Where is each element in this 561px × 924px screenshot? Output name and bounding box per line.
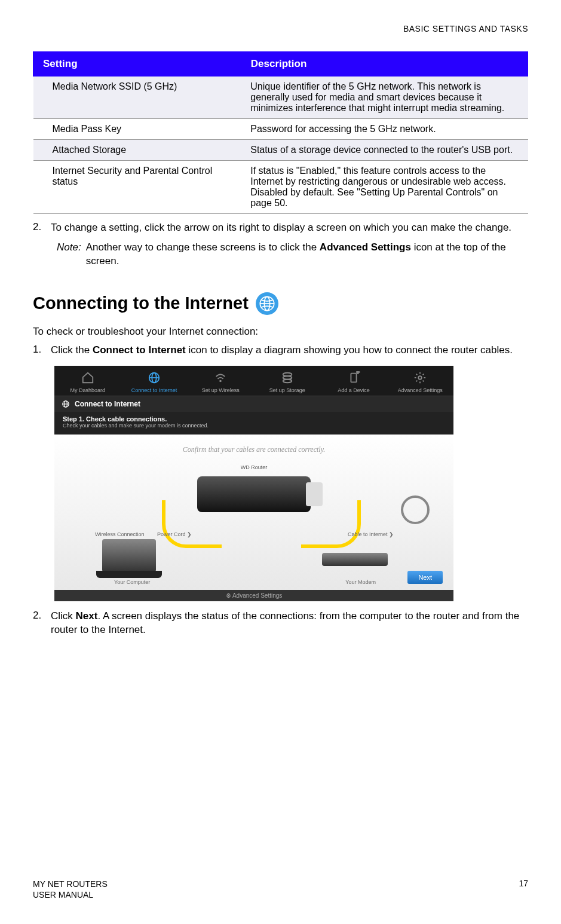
svg-point-9 (283, 380, 292, 383)
cell-desc: If status is "Enabled," this feature con… (241, 161, 528, 214)
connect-screenshot: My Dashboard Connect to Internet Set up … (54, 366, 453, 601)
device-icon: + (345, 371, 363, 385)
screenshot-nav: My Dashboard Connect to Internet Set up … (54, 366, 453, 396)
th-setting: Setting (33, 52, 241, 77)
svg-text:+: + (357, 371, 360, 375)
label-power-cord: Power Cord ❯ (157, 531, 192, 537)
cell-setting: Media Network SSID (5 GHz) (33, 77, 241, 119)
cell-desc: Password for accessing the 5 GHz network… (241, 119, 528, 140)
next-button[interactable]: Next (407, 571, 443, 584)
footer-line1: MY NET ROUTERS (33, 879, 108, 889)
nav-device[interactable]: + Add a Device (320, 371, 387, 393)
confirm-text: Confirm that your cables are connected c… (65, 445, 443, 454)
cable-left (162, 500, 222, 548)
note-text: Another way to change these screens is t… (86, 241, 528, 268)
note: Note: Another way to change these screen… (57, 241, 528, 268)
svg-rect-10 (351, 373, 356, 382)
note-label: Note: (57, 241, 81, 268)
laptop-illustration (102, 539, 156, 572)
wifi-icon (211, 371, 229, 385)
screenshot-body: Confirm that your cables are connected c… (54, 435, 453, 590)
cell-desc: Status of a storage device connected to … (241, 140, 528, 161)
nav-advanced[interactable]: Advanced Settings (387, 371, 453, 393)
page-header-section: BASIC SETTINGS AND TASKS (33, 24, 528, 33)
step-num: 2. (33, 221, 51, 235)
modem-illustration (322, 553, 388, 566)
step-1: 1. Click the Connect to Internet icon to… (33, 344, 528, 357)
gear-icon (411, 371, 429, 385)
label-your-computer: Your Computer (114, 579, 150, 585)
step-text: To change a setting, click the arrow on … (51, 221, 528, 235)
page-footer: MY NET ROUTERS USER MANUAL 17 (33, 879, 528, 900)
globe-illustration (401, 495, 430, 524)
nav-storage[interactable]: Set up Storage (254, 371, 320, 393)
svg-point-12 (419, 376, 422, 380)
th-description: Description (241, 52, 528, 77)
label-wireless-conn: Wireless Connection (95, 531, 145, 537)
svg-point-6 (220, 380, 221, 381)
step-2: 2. To change a setting, click the arrow … (33, 221, 528, 235)
label-your-modem: Your Modem (345, 579, 376, 585)
cell-setting: Attached Storage (33, 140, 241, 161)
lead-text: To check or troubleshoot your Internet c… (33, 326, 528, 338)
screenshot-subhead: Step 1. Check cable connections. Check y… (54, 412, 453, 435)
cell-setting: Internet Security and Parental Control s… (33, 161, 241, 214)
page-number: 17 (519, 879, 528, 900)
storage-icon (278, 371, 296, 385)
cable-right (301, 500, 361, 548)
step-2b: 2. Click Next. A screen displays the sta… (33, 610, 528, 637)
globe-icon (145, 371, 163, 385)
cell-desc: Unique identifier of the 5 GHz network. … (241, 77, 528, 119)
cell-setting: Media Pass Key (33, 119, 241, 140)
nav-dashboard[interactable]: My Dashboard (54, 371, 121, 393)
step-num: 1. (33, 344, 51, 357)
step-text: Click the Connect to Internet icon to di… (51, 344, 528, 357)
step-num: 2. (33, 610, 51, 637)
step-title: Step 1. Check cable connections. (63, 415, 445, 423)
footer-line2: USER MANUAL (33, 889, 108, 900)
screenshot-footer[interactable]: ⚙ Advanced Settings (54, 590, 453, 601)
globe-icon (62, 400, 70, 408)
nav-wireless[interactable]: Set up Wireless (188, 371, 254, 393)
label-cable-internet: Cable to Internet ❯ (348, 531, 394, 537)
router-label: WD Router (241, 464, 268, 470)
globe-icon (256, 292, 278, 315)
step-text: Click Next. A screen displays the status… (51, 610, 528, 637)
step-subtext: Check your cables and make sure your mod… (63, 423, 445, 429)
settings-table: Setting Description Media Network SSID (… (33, 51, 528, 214)
screenshot-titlebar: Connect to Internet (54, 396, 453, 412)
nav-connect[interactable]: Connect to Internet (121, 371, 187, 393)
section-heading: Connecting to the Internet (33, 292, 528, 315)
home-icon (79, 371, 97, 385)
